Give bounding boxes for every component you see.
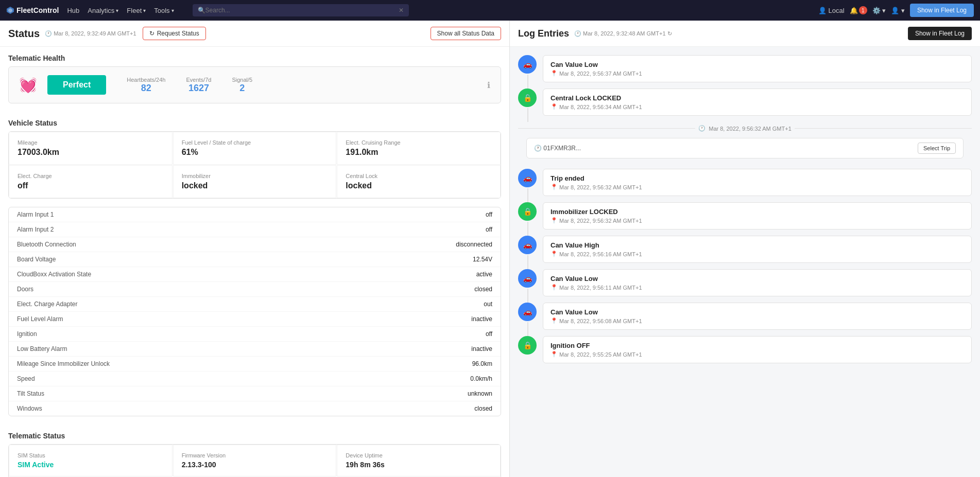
- vehicle-cell: Immobilizer locked: [173, 165, 337, 198]
- timeline-card: Can Value Low 📍 Mar 8, 2022, 9:56:37 AM …: [543, 55, 972, 82]
- timeline-card: Can Value Low 📍 Mar 8, 2022, 9:56:08 AM …: [543, 303, 972, 330]
- nav-hub[interactable]: Hub: [67, 7, 79, 14]
- analytics-chevron: ▾: [116, 8, 118, 13]
- ext-key: Alarm Input 1: [17, 211, 54, 218]
- ext-key: CloudBoxx Activation State: [17, 271, 91, 278]
- show-all-status-btn[interactable]: Show all Status Data: [431, 27, 501, 40]
- telematic-cell: Device Uptime 19h 8m 36s: [337, 445, 501, 476]
- vehicle-cell-value: 17003.0km: [18, 148, 164, 157]
- ext-key: Elect. Charge Adapter: [17, 301, 77, 308]
- ext-status-row: Speed 0.0km/h: [9, 372, 501, 386]
- ext-key: Board Voltage: [17, 256, 56, 263]
- timeline-card-title: Can Value Low: [551, 61, 964, 68]
- timeline-card-title: Central Lock LOCKED: [551, 94, 964, 102]
- ext-status-row: Windows closed: [9, 401, 501, 416]
- nav-fleet[interactable]: Fleet ▾: [127, 7, 146, 14]
- signal-metric: Signal/5 2: [232, 77, 252, 94]
- timeline-location-icon: 📍: [551, 251, 558, 257]
- vehicle-status-grid: Mileage 17003.0kmFuel Level / State of c…: [8, 131, 501, 199]
- ext-status-row: Board Voltage 12.54V: [9, 252, 501, 267]
- show-fleet-log-btn[interactable]: Show in Fleet Log: [908, 27, 972, 40]
- timeline-item: 🚗 Can Value Low 📍 Mar 8, 2022, 9:56:11 A…: [518, 269, 972, 296]
- brand-name: FleetControl: [16, 6, 59, 14]
- ext-val: off: [486, 330, 492, 338]
- account-icon[interactable]: 👤 ▾: [891, 7, 905, 14]
- timeline-location-icon: 📍: [551, 317, 558, 324]
- telematic-cell: SIM Status SIM Active: [9, 445, 173, 476]
- ext-val: out: [484, 301, 492, 308]
- search-icon: 🔍: [198, 7, 205, 14]
- nav-analytics[interactable]: Analytics ▾: [88, 7, 118, 14]
- ext-val: closed: [474, 286, 492, 293]
- search-input[interactable]: [205, 7, 397, 14]
- ext-status-row: Doors closed: [9, 282, 501, 297]
- log-clock-icon: 🕐: [574, 30, 581, 37]
- show-fleet-log-top-btn[interactable]: Show in Fleet Log: [910, 4, 974, 17]
- info-icon[interactable]: ℹ: [487, 80, 490, 90]
- vehicle-cell-label: Immobilizer: [182, 173, 328, 179]
- timeline-card-title: Can Value High: [551, 241, 964, 249]
- ext-val: inactive: [471, 345, 492, 352]
- request-status-btn[interactable]: ↻ Request Status: [143, 27, 206, 40]
- timeline-icon: 🚗: [518, 236, 537, 254]
- vehicle-cell-value: 61%: [182, 148, 328, 157]
- timeline-card-title: Can Value Low: [551, 308, 964, 316]
- telematic-cell: Firmware Version 2.13.3-100: [173, 445, 337, 476]
- ext-val: disconnected: [456, 241, 492, 248]
- clock-icon: 🕐: [45, 30, 52, 37]
- timeline-location-icon: 📍: [551, 351, 558, 358]
- ext-status-row: Fuel Level Alarm inactive: [9, 312, 501, 327]
- ext-val: unknown: [468, 390, 492, 397]
- timeline-location-icon: 📍: [551, 217, 558, 224]
- ext-key: Ignition: [17, 330, 37, 338]
- health-badge: Perfect: [47, 75, 106, 95]
- ext-status-row: Alarm Input 2 off: [9, 222, 501, 237]
- ext-key: Low Battery Alarm: [17, 345, 67, 352]
- ext-status-row: Low Battery Alarm inactive: [9, 342, 501, 357]
- status-timestamp: 🕐 Mar 8, 2022, 9:32:49 AM GMT+1: [45, 30, 136, 37]
- ext-status-row: Elect. Charge Adapter out: [9, 297, 501, 312]
- health-metrics: Heartbeats/24h 82 Events/7d 1627 Signal/…: [127, 77, 252, 94]
- nav-tools[interactable]: Tools ▾: [154, 7, 174, 14]
- timeline-item: 🚗 Can Value Low 📍 Mar 8, 2022, 9:56:08 A…: [518, 303, 972, 330]
- vehicle-cell-label: Elect. Charge: [18, 173, 164, 179]
- timeline-icon: 🚗: [518, 269, 537, 288]
- select-trip-btn[interactable]: Select Trip: [918, 143, 956, 154]
- timeline-card: Trip ended 📍 Mar 8, 2022, 9:56:32 AM GMT…: [543, 169, 972, 196]
- search-bar[interactable]: 🔍 ✕: [193, 4, 409, 16]
- clock-divider-icon: 🕐: [698, 125, 706, 132]
- ext-val: off: [486, 211, 492, 218]
- timeline-item: 🚗 Can Value High 📍 Mar 8, 2022, 9:56:16 …: [518, 236, 972, 263]
- ext-val: active: [476, 271, 492, 278]
- ext-val: 0.0km/h: [470, 375, 492, 382]
- vehicle-cell-value: locked: [182, 181, 328, 190]
- settings-icon[interactable]: ⚙️ ▾: [872, 7, 886, 14]
- ext-val: off: [486, 226, 492, 233]
- search-close-icon[interactable]: ✕: [399, 7, 404, 14]
- heartbeats-metric: Heartbeats/24h 82: [127, 77, 165, 94]
- timeline-card: Immobilizer LOCKED 📍 Mar 8, 2022, 9:56:3…: [543, 202, 972, 229]
- tools-chevron: ▾: [171, 8, 174, 13]
- telematic-cell-label: Firmware Version: [182, 452, 328, 458]
- log-refresh-icon[interactable]: ↻: [667, 30, 672, 37]
- ext-status-row: Bluetooth Connection disconnected: [9, 237, 501, 252]
- timeline-card-title: Can Value Low: [551, 275, 964, 282]
- vehicle-cell: Mileage 17003.0km: [9, 132, 173, 165]
- vehicle-status-title: Vehicle Status: [0, 112, 509, 131]
- trip-id: 🕐 01FXMR3R...: [534, 145, 581, 152]
- vehicle-cell-value: 191.0km: [346, 148, 492, 157]
- timeline-icon: 🔒: [518, 89, 537, 107]
- refresh-icon-btn: ↻: [149, 30, 154, 37]
- notification-icon[interactable]: 🔔 1: [850, 6, 867, 14]
- vehicle-cell-label: Mileage: [18, 139, 164, 146]
- ext-key: Tilt Status: [17, 390, 44, 397]
- user-icon[interactable]: 👤 Local: [818, 7, 845, 14]
- telematic-cell-label: Device Uptime: [346, 452, 492, 458]
- brand-logo[interactable]: FleetControl: [6, 6, 59, 14]
- timeline-card-title: Ignition OFF: [551, 342, 964, 349]
- timeline-card-time: 📍 Mar 8, 2022, 9:56:32 AM GMT+1: [551, 184, 964, 190]
- log-header: Log Entries 🕐 Mar 8, 2022, 9:32:48 AM GM…: [510, 21, 980, 47]
- main-layout: Status 🕐 Mar 8, 2022, 9:32:49 AM GMT+1 ↻…: [0, 21, 980, 477]
- timeline-icon: 🚗: [518, 169, 537, 187]
- ext-key: Alarm Input 2: [17, 226, 54, 233]
